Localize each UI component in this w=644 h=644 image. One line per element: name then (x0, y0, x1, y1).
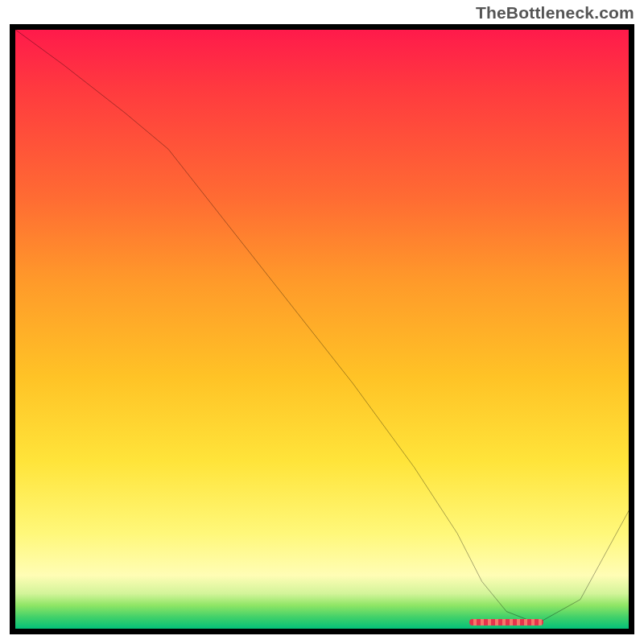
bottleneck-curve (14, 29, 630, 624)
optimal-range-marker (469, 619, 543, 625)
plot-area (10, 24, 634, 634)
curve-svg (14, 29, 630, 630)
watermark-text: TheBottleneck.com (476, 3, 634, 23)
chart-container: TheBottleneck.com (0, 0, 644, 644)
